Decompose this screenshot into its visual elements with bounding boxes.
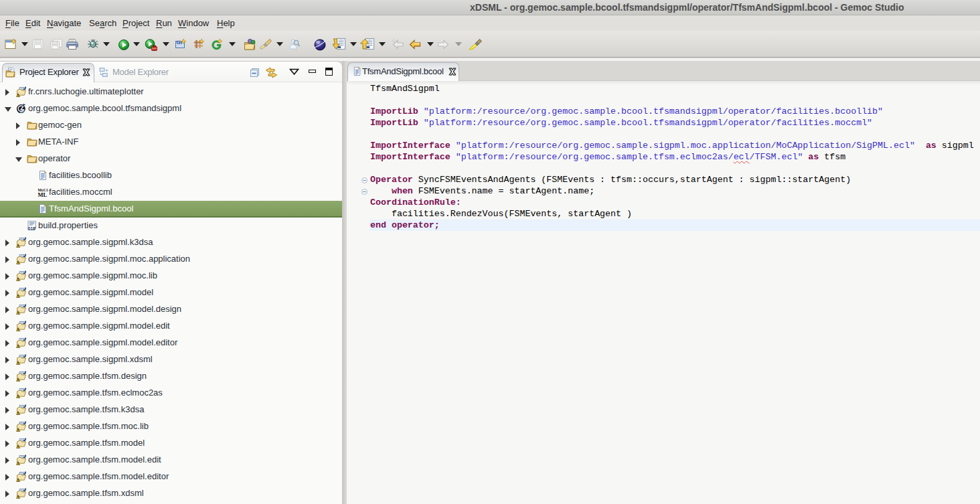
svg-text:Gr: Gr	[177, 39, 183, 46]
